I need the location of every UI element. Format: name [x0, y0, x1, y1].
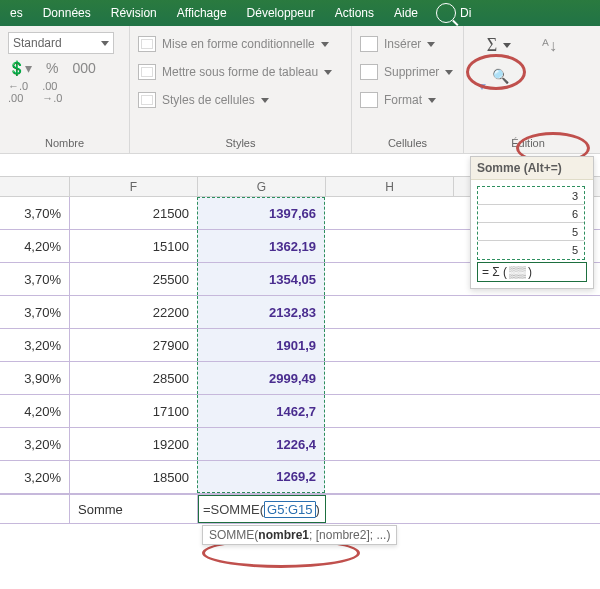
menu-bar: es Données Révision Affichage Développeu…: [0, 0, 600, 26]
number-format-select[interactable]: Standard: [8, 32, 114, 54]
label: Format: [384, 93, 422, 107]
currency-icon[interactable]: 💲▾: [8, 58, 32, 78]
menu-item-developpeur[interactable]: Développeur: [237, 0, 325, 26]
number-format-value: Standard: [13, 36, 62, 50]
cell[interactable]: 4,20%: [0, 230, 70, 262]
cell[interactable]: 4,20%: [0, 395, 70, 427]
menu-item-revision[interactable]: Révision: [101, 0, 167, 26]
sum-label-cell[interactable]: Somme: [70, 495, 198, 523]
cell-styles-button[interactable]: Styles de cellules: [138, 88, 343, 112]
label: Styles de cellules: [162, 93, 255, 107]
cell[interactable]: 15100: [70, 230, 198, 262]
search-fragment: Di: [460, 0, 481, 26]
menu-item-actions[interactable]: Actions: [325, 0, 384, 26]
col-header-F[interactable]: F: [70, 177, 198, 196]
group-cells: Insérer Supprimer Format Cellules: [352, 26, 464, 153]
cell-selected[interactable]: 2999,49: [197, 362, 325, 394]
cell[interactable]: 3,70%: [0, 263, 70, 295]
label: Supprimer: [384, 65, 439, 79]
conditional-formatting-button[interactable]: Mise en forme conditionnelle: [138, 32, 343, 56]
decrease-decimal-icon[interactable]: .00→.0: [42, 82, 62, 102]
cell[interactable]: 25500: [70, 263, 198, 295]
formula-prefix: =SOMME(: [203, 502, 264, 517]
autosum-button[interactable]: Σ: [472, 32, 526, 58]
cell[interactable]: 3,90%: [0, 362, 70, 394]
cell[interactable]: 27900: [70, 329, 198, 361]
percent-icon[interactable]: %: [46, 58, 58, 78]
cell[interactable]: 3,20%: [0, 428, 70, 460]
function-hint[interactable]: SOMME(nombre1; [nombre2]; ...): [202, 525, 397, 545]
formula-suffix: ): [316, 502, 320, 517]
cell[interactable]: 3,20%: [0, 461, 70, 493]
col-header-H[interactable]: H: [326, 177, 454, 196]
formula-cell[interactable]: =SOMME(G5:G15): [198, 495, 326, 523]
col-header-G[interactable]: G: [198, 177, 326, 196]
chevron-down-icon: [503, 43, 511, 48]
cell-selected[interactable]: 1397,66: [197, 197, 325, 229]
format-button[interactable]: Format: [360, 88, 455, 112]
autosum-tooltip: Somme (Alt+=) 3 6 5 5 = Σ ( ▒▒ ): [470, 156, 594, 289]
cell-selected[interactable]: 1901,9: [197, 329, 325, 361]
menu-item[interactable]: es: [0, 0, 33, 26]
group-label: Édition: [472, 137, 584, 151]
cell[interactable]: 3,20%: [0, 329, 70, 361]
tooltip-mini-range: 3 6 5 5: [477, 186, 585, 260]
sum-row: Somme =SOMME(G5:G15): [0, 494, 600, 524]
group-edit: Σ ᴬ↓ 🔍 Édition: [464, 26, 592, 153]
chevron-down-icon: [427, 42, 435, 47]
table-row: 3,90%285002999,49: [0, 362, 600, 395]
mini-cell: 5: [478, 223, 584, 241]
label: Mettre sous forme de tableau: [162, 65, 318, 79]
sum-suffix: ): [528, 265, 532, 279]
label: Mise en forme conditionnelle: [162, 37, 315, 51]
placeholder-icon: ▒▒: [509, 265, 526, 279]
find-select-icon[interactable]: 🔍: [492, 66, 509, 86]
group-styles: Mise en forme conditionnelle Mettre sous…: [130, 26, 352, 153]
cell[interactable]: 17100: [70, 395, 198, 427]
group-label: Styles: [138, 137, 343, 151]
search-icon[interactable]: [436, 3, 456, 23]
table-row: 4,20%171001462,7: [0, 395, 600, 428]
cell[interactable]: 18500: [70, 461, 198, 493]
cell[interactable]: 28500: [70, 362, 198, 394]
chevron-down-icon: [321, 42, 329, 47]
sum-prefix: = Σ (: [482, 265, 507, 279]
cell-selected[interactable]: 1226,4: [197, 428, 325, 460]
table-row: 3,20%185001269,2: [0, 461, 600, 494]
chevron-down-icon: [261, 98, 269, 103]
insert-cells-icon: [360, 36, 378, 52]
menu-item-aide[interactable]: Aide: [384, 0, 428, 26]
cell[interactable]: 3,70%: [0, 296, 70, 328]
group-label: Cellules: [360, 137, 455, 151]
thousands-icon[interactable]: 000: [72, 58, 95, 78]
cell-selected[interactable]: 1269,2: [197, 461, 325, 493]
format-as-table-button[interactable]: Mettre sous forme de tableau: [138, 60, 343, 84]
cell-selected[interactable]: 1462,7: [197, 395, 325, 427]
menu-item-affichage[interactable]: Affichage: [167, 0, 237, 26]
label: Insérer: [384, 37, 421, 51]
mini-cell: 5: [478, 241, 584, 259]
increase-decimal-icon[interactable]: ←.0.00: [8, 82, 28, 102]
mini-cell: 6: [478, 205, 584, 223]
tooltip-mini-sum: = Σ ( ▒▒ ): [477, 262, 587, 282]
hint-rest: ; [nombre2]; ...): [309, 528, 390, 542]
sigma-icon: Σ: [487, 35, 497, 56]
mini-cell: 3: [478, 187, 584, 205]
cell[interactable]: [0, 495, 70, 523]
delete-button[interactable]: Supprimer: [360, 60, 455, 84]
cell[interactable]: 19200: [70, 428, 198, 460]
cell[interactable]: 21500: [70, 197, 198, 229]
col-header[interactable]: [0, 177, 70, 196]
table-format-icon: [138, 64, 156, 80]
tooltip-title: Somme (Alt+=): [471, 157, 593, 180]
cell[interactable]: 3,70%: [0, 197, 70, 229]
cell-selected[interactable]: 2132,83: [197, 296, 325, 328]
format-cells-icon: [360, 92, 378, 108]
menu-item-donnees[interactable]: Données: [33, 0, 101, 26]
hint-arg: nombre1: [258, 528, 309, 542]
cell-selected[interactable]: 1354,05: [197, 263, 325, 295]
insert-button[interactable]: Insérer: [360, 32, 455, 56]
cell-selected[interactable]: 1362,19: [197, 230, 325, 262]
sort-filter-icon[interactable]: ᴬ↓: [542, 35, 557, 55]
cell[interactable]: 22200: [70, 296, 198, 328]
